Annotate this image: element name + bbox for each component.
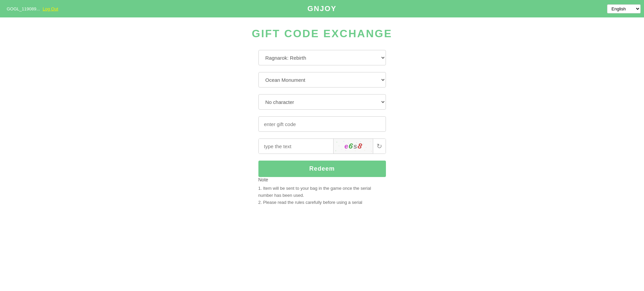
redeem-button[interactable]: Redeem bbox=[258, 161, 386, 177]
note-item-1: 1. Item will be sent to your bag in the … bbox=[258, 185, 386, 199]
svg-point-0 bbox=[336, 142, 337, 142]
svg-point-16 bbox=[343, 141, 344, 141]
svg-point-10 bbox=[363, 144, 363, 144]
character-select[interactable]: No character bbox=[258, 94, 386, 110]
gift-code-input[interactable] bbox=[258, 116, 386, 132]
game-select[interactable]: Ragnarok: Rebirth Other Game bbox=[258, 50, 386, 65]
svg-point-17 bbox=[371, 151, 372, 152]
language-selector-container: English 한국어 日本語 中文 bbox=[607, 4, 641, 13]
note-title: Note bbox=[258, 177, 386, 182]
svg-point-12 bbox=[335, 151, 336, 151]
server-select[interactable]: Ocean Monument Other Server bbox=[258, 72, 386, 88]
note-item-2: 2. Please read the rules carefully befor… bbox=[258, 199, 386, 206]
gift-code-form: Ragnarok: Rebirth Other Game Ocean Monum… bbox=[258, 50, 386, 177]
note-section: Note 1. Item will be sent to your bag in… bbox=[258, 177, 386, 206]
captcha-refresh-button[interactable]: ↻ bbox=[373, 139, 386, 154]
page-title: GIFT CODE EXCHANGE bbox=[252, 27, 392, 40]
captcha-image: e 6 s 8 bbox=[333, 139, 373, 154]
captcha-input[interactable] bbox=[259, 139, 333, 154]
logout-button[interactable]: Log Out bbox=[43, 6, 58, 11]
svg-point-1 bbox=[341, 149, 342, 150]
main-content: GIFT CODE EXCHANGE Ragnarok: Rebirth Oth… bbox=[0, 17, 644, 219]
site-logo: GNJOY bbox=[307, 4, 337, 13]
svg-point-2 bbox=[348, 143, 349, 143]
svg-point-11 bbox=[370, 141, 370, 142]
refresh-icon: ↻ bbox=[377, 142, 382, 150]
svg-point-3 bbox=[355, 151, 355, 151]
header-left: GOGL_119089... Log Out bbox=[7, 6, 58, 11]
svg-point-15 bbox=[364, 150, 365, 151]
header: GOGL_119089... Log Out GNJOY English 한국어… bbox=[0, 0, 644, 17]
svg-point-6 bbox=[339, 146, 339, 146]
captcha-row: e 6 s 8 ↻ bbox=[258, 138, 386, 154]
svg-point-5 bbox=[366, 147, 366, 148]
language-select[interactable]: English 한국어 日本語 中文 bbox=[607, 4, 641, 13]
header-user: GOGL_119089... bbox=[7, 6, 40, 11]
